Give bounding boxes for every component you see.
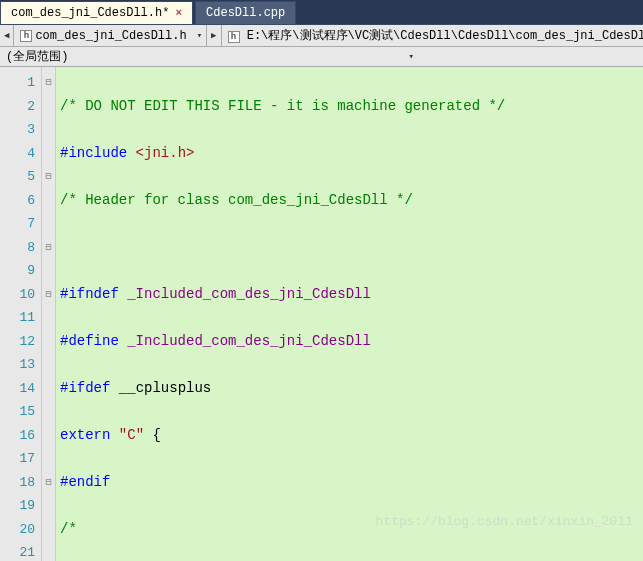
- code-text: #define: [60, 333, 119, 349]
- code-text: #ifdef: [60, 380, 110, 396]
- close-icon[interactable]: ×: [175, 7, 182, 19]
- line-number: 3: [2, 118, 35, 142]
- fold-toggle: [42, 189, 55, 213]
- fold-toggle: [42, 142, 55, 166]
- line-number: 12: [2, 330, 35, 354]
- code-text: /* DO NOT EDIT THIS FILE - it is machine…: [60, 98, 505, 114]
- fold-toggle: [42, 377, 55, 401]
- code-text: __cplusplus: [110, 380, 211, 396]
- h-file-icon: h: [20, 30, 32, 42]
- code-text: #ifndef: [60, 286, 119, 302]
- fold-toggle: [42, 212, 55, 236]
- nav-history-back[interactable]: ◀: [0, 25, 14, 46]
- fold-toggle[interactable]: ⊟: [42, 236, 55, 260]
- scope-dropdown[interactable]: (全局范围): [6, 48, 408, 65]
- chevron-right-icon: ▶: [211, 30, 216, 41]
- code-text: _Included_com_des_jni_CdesDll: [119, 286, 371, 302]
- fold-toggle: [42, 541, 55, 561]
- fold-toggle[interactable]: ⊟: [42, 471, 55, 495]
- fold-toggle: [42, 400, 55, 424]
- line-number: 10: [2, 283, 35, 307]
- line-number: 8: [2, 236, 35, 260]
- nav-dropdown-label: com_des_jni_CdesDll.h: [35, 29, 186, 43]
- code-area: 1 2 3 4 5 6 7 8 9 10 11 12 13 14 15 16 1…: [0, 67, 643, 561]
- nav-bar: ◀ h com_des_jni_CdesDll.h ▾ ▶ h E:\程序\测试…: [0, 25, 643, 47]
- nav-dropdown-arrow[interactable]: ▾: [193, 25, 207, 46]
- tab-header-file[interactable]: com_des_jni_CdesDll.h* ×: [0, 1, 193, 24]
- tab-label: CdesDll.cpp: [206, 6, 285, 20]
- h-file-icon: h: [228, 31, 240, 43]
- line-number: 7: [2, 212, 35, 236]
- nav-dropdown[interactable]: h com_des_jni_CdesDll.h: [14, 27, 192, 45]
- line-number: 5: [2, 165, 35, 189]
- code-text: "C": [110, 427, 144, 443]
- code-text: #endif: [60, 474, 110, 490]
- code-text: <jni.h>: [127, 145, 194, 161]
- fold-toggle: [42, 330, 55, 354]
- line-number: 6: [2, 189, 35, 213]
- line-number: 21: [2, 541, 35, 561]
- fold-toggle: [42, 306, 55, 330]
- fold-toggle: [42, 118, 55, 142]
- file-path: h E:\程序\测试程序\VC测试\CdesDll\CdesDll\com_de…: [222, 27, 644, 44]
- chevron-left-icon: ◀: [4, 30, 9, 41]
- code-text: {: [144, 427, 161, 443]
- tab-label: com_des_jni_CdesDll.h*: [11, 6, 169, 20]
- fold-toggle[interactable]: ⊟: [42, 71, 55, 95]
- fold-toggle[interactable]: ⊟: [42, 283, 55, 307]
- line-gutter: 1 2 3 4 5 6 7 8 9 10 11 12 13 14 15 16 1…: [0, 67, 42, 561]
- fold-toggle: [42, 424, 55, 448]
- fold-column: ⊟ ⊟ ⊟ ⊟ ⊟: [42, 67, 56, 561]
- line-number: 1: [2, 71, 35, 95]
- line-number: 2: [2, 95, 35, 119]
- tab-cpp-file[interactable]: CdesDll.cpp: [195, 1, 296, 24]
- code-text: /* Header for class com_des_jni_CdesDll …: [60, 192, 413, 208]
- line-number: 9: [2, 259, 35, 283]
- line-number: 15: [2, 400, 35, 424]
- path-text: E:\程序\测试程序\VC测试\CdesDll\CdesDll\com_des_…: [247, 29, 643, 43]
- scope-bar: (全局范围) ▾: [0, 47, 643, 67]
- chevron-down-icon[interactable]: ▾: [408, 51, 413, 62]
- line-number: 17: [2, 447, 35, 471]
- fold-toggle: [42, 95, 55, 119]
- code-text: /*: [60, 521, 77, 537]
- code-text: #include: [60, 145, 127, 161]
- fold-toggle: [42, 259, 55, 283]
- fold-toggle: [42, 353, 55, 377]
- fold-toggle[interactable]: ⊟: [42, 165, 55, 189]
- line-number: 19: [2, 494, 35, 518]
- fold-toggle: [42, 494, 55, 518]
- code-editor[interactable]: /* DO NOT EDIT THIS FILE - it is machine…: [56, 67, 643, 561]
- code-text: _Included_com_des_jni_CdesDll: [119, 333, 371, 349]
- code-text: extern: [60, 427, 110, 443]
- nav-forward[interactable]: ▶: [207, 25, 221, 46]
- chevron-down-icon: ▾: [197, 30, 202, 41]
- line-number: 18: [2, 471, 35, 495]
- tabs-bar: com_des_jni_CdesDll.h* × CdesDll.cpp: [0, 0, 643, 25]
- fold-toggle: [42, 447, 55, 471]
- line-number: 14: [2, 377, 35, 401]
- line-number: 16: [2, 424, 35, 448]
- line-number: 20: [2, 518, 35, 542]
- line-number: 11: [2, 306, 35, 330]
- line-number: 4: [2, 142, 35, 166]
- fold-toggle: [42, 518, 55, 542]
- line-number: 13: [2, 353, 35, 377]
